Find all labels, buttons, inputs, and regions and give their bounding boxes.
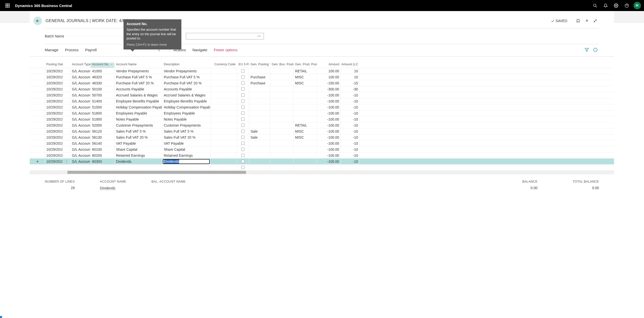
cell-posting-date[interactable]: 10/29/2019 xyxy=(45,152,63,158)
cell-gen-posting-type[interactable] xyxy=(249,86,270,92)
gear-icon[interactable] xyxy=(611,0,621,11)
cell-currency[interactable] xyxy=(211,86,237,92)
cell-account-type[interactable]: G/L Account xyxy=(70,86,91,92)
cell-amount[interactable]: -100.00 xyxy=(317,98,341,104)
cell-gen-prod[interactable] xyxy=(294,152,317,158)
row-more-icon[interactable] xyxy=(63,134,70,140)
cell-gen-prod[interactable] xyxy=(294,110,317,116)
cell-account-name[interactable]: Purchase Full VAT 5 % xyxy=(114,74,162,80)
col-currency-code[interactable]: Currency Code xyxy=(211,63,237,68)
app-launcher-icon[interactable] xyxy=(3,1,12,10)
cell-gen-bus[interactable] xyxy=(270,140,294,146)
cell-eu3[interactable] xyxy=(237,104,249,110)
eu3-checkbox[interactable] xyxy=(241,148,245,151)
cell-account-no[interactable]: 41000 xyxy=(91,68,114,74)
cell-amount[interactable]: -100.00 xyxy=(317,134,341,140)
cell-account-name[interactable]: Sales Full VAT 20 % xyxy=(114,134,162,140)
cell-gen-posting-type[interactable] xyxy=(249,98,270,104)
cell-description[interactable]: Holiday Compensation Payable xyxy=(162,104,211,110)
cell-gen-posting-type[interactable] xyxy=(249,146,270,152)
cell-gen-bus[interactable] xyxy=(270,104,294,110)
cell-account-type[interactable]: G/L Account xyxy=(70,68,91,74)
table-row[interactable]: 10/29/2019G/L Account41000Vendor Prepaym… xyxy=(30,68,614,74)
cell-currency[interactable] xyxy=(211,104,237,110)
cell-account-no[interactable]: 56140 xyxy=(91,140,114,146)
cell-amount-lcy[interactable]: -10 xyxy=(341,152,360,158)
cell-amount[interactable]: -100.00 xyxy=(317,104,341,110)
filter-icon[interactable] xyxy=(583,46,590,54)
row-more-icon[interactable] xyxy=(63,98,70,104)
cell-gen-posting-type[interactable] xyxy=(249,116,270,122)
table-row[interactable]: 10/29/2019G/L Account52000Customer Prepa… xyxy=(30,122,614,128)
table-row[interactable]: 10/29/2019G/L Account56120Sales Full VAT… xyxy=(30,128,614,134)
cell-account-type[interactable]: G/L Account xyxy=(70,104,91,110)
cell-account-type[interactable]: G/L Account xyxy=(70,122,91,128)
cell-posting-date[interactable]: 10/29/2019 xyxy=(45,128,63,134)
cell-description[interactable]: Retained Earnings xyxy=(162,152,211,158)
cell-currency[interactable] xyxy=(211,110,237,116)
row-more-icon[interactable] xyxy=(63,80,70,86)
cell-account-name[interactable]: Purchase Full VAT 20 % xyxy=(114,80,162,86)
cell-amount-lcy[interactable]: -10 xyxy=(341,92,360,98)
description-input[interactable] xyxy=(163,159,210,164)
back-button[interactable] xyxy=(33,17,42,25)
cell-account-type[interactable]: G/L Account xyxy=(70,98,91,104)
table-row[interactable]: 10/29/2019G/L Account51900Notes PayableN… xyxy=(30,116,614,122)
cell-amount[interactable]: -100.00 xyxy=(317,128,341,134)
cell-account-type[interactable]: G/L Account xyxy=(70,74,91,80)
cell-amount-lcy[interactable]: -10 xyxy=(341,98,360,104)
cell-amount-lcy[interactable]: -10 xyxy=(341,110,360,116)
cell-account-name[interactable]: VAT Payable xyxy=(114,140,162,146)
cell-description[interactable]: Purchase Full VAT 20 % xyxy=(162,80,211,86)
col-account-type[interactable]: Account Type xyxy=(70,63,91,68)
row-more-icon[interactable] xyxy=(63,86,70,92)
cell-gen-prod[interactable]: MISC xyxy=(294,74,317,80)
cell-amount[interactable]: -100.00 xyxy=(317,122,341,128)
cell-account-name[interactable]: Employees Payable xyxy=(114,110,162,116)
cell-amount-lcy[interactable]: -10 xyxy=(341,116,360,122)
cell-amount[interactable]: -100.00 xyxy=(317,158,341,165)
cell-amount-lcy[interactable]: -10 xyxy=(341,146,360,152)
cell-amount[interactable]: -100.00 xyxy=(317,92,341,98)
cell-amount[interactable]: -100.00 xyxy=(317,152,341,158)
cell-account-type[interactable]: G/L Account xyxy=(70,158,91,165)
cell-eu3[interactable] xyxy=(237,110,249,116)
col-eu3[interactable]: EU 3-Party Trade xyxy=(237,63,249,68)
eu3-checkbox[interactable] xyxy=(241,118,245,121)
cell-account-no[interactable]: 51900 xyxy=(91,116,114,122)
cell-gen-posting-type[interactable] xyxy=(249,104,270,110)
popout-icon[interactable] xyxy=(583,17,590,25)
cell-gen-bus[interactable] xyxy=(270,74,294,80)
cell-posting-date[interactable]: 10/29/2019 xyxy=(45,158,63,165)
row-more-icon[interactable] xyxy=(63,122,70,128)
cell-gen-bus[interactable] xyxy=(270,128,294,134)
cell-description[interactable]: Vendor Prepayments xyxy=(162,68,211,74)
collapse-icon[interactable] xyxy=(591,17,599,25)
cell-description[interactable]: Employees Payable xyxy=(162,110,211,116)
cell-gen-bus[interactable] xyxy=(270,80,294,86)
cell-gen-prod[interactable] xyxy=(294,104,317,110)
cell-amount-lcy[interactable]: -10 xyxy=(341,134,360,140)
cell-gen-prod[interactable]: RETAIL xyxy=(294,122,317,128)
cell-posting-date[interactable]: 10/29/2019 xyxy=(45,134,63,140)
eu3-checkbox[interactable] xyxy=(241,99,245,103)
cell-currency[interactable] xyxy=(211,134,237,140)
cell-account-name[interactable]: Holiday Compensation Payable xyxy=(114,104,162,110)
cell-description[interactable]: Purchase Full VAT 5 % xyxy=(162,74,211,80)
cell-gen-prod[interactable] xyxy=(294,146,317,152)
cell-description[interactable]: Share Capital xyxy=(162,146,211,152)
row-more-icon[interactable]: ⋮ xyxy=(63,158,70,165)
table-row[interactable]: 10/29/2019G/L Account51400Employee Benef… xyxy=(30,98,614,104)
cell-currency[interactable] xyxy=(211,128,237,134)
cell-gen-prod[interactable] xyxy=(294,116,317,122)
cell-amount-lcy[interactable]: -10 xyxy=(341,158,360,165)
cell-account-no[interactable]: 46330 xyxy=(91,80,114,86)
eu3-checkbox[interactable] xyxy=(241,160,245,163)
cell-account-no[interactable]: 51600 xyxy=(91,110,114,116)
cell-amount[interactable]: 100.00 xyxy=(317,74,341,80)
cell-account-no[interactable]: 52000 xyxy=(91,122,114,128)
cell-eu3[interactable] xyxy=(237,86,249,92)
eu3-checkbox[interactable] xyxy=(241,130,245,133)
cell-currency[interactable] xyxy=(211,116,237,122)
cell-description[interactable] xyxy=(162,158,211,165)
